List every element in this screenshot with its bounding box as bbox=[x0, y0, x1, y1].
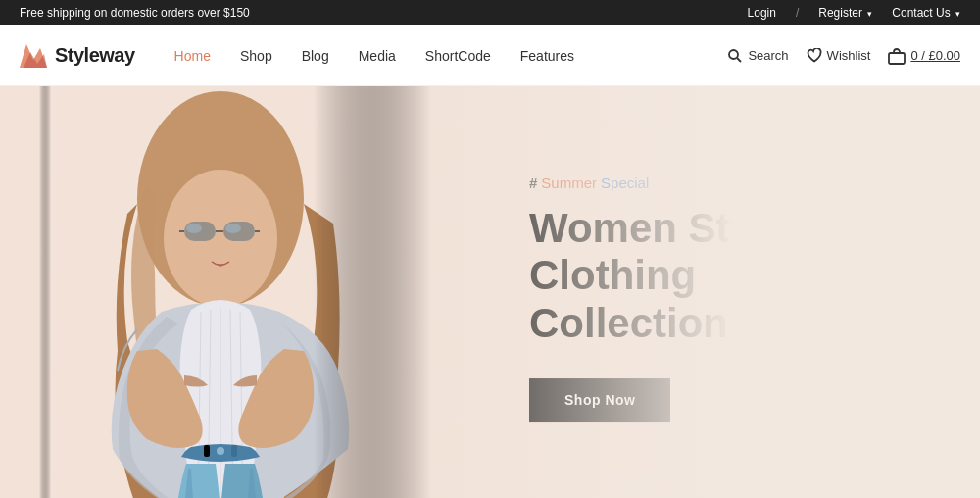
contact-link[interactable]: Contact Us ▾ bbox=[892, 6, 960, 20]
shop-now-button[interactable]: Shop Now bbox=[529, 378, 670, 422]
cart-button[interactable]: 0 / £0.00 bbox=[888, 47, 960, 65]
search-button[interactable]: Search bbox=[727, 48, 788, 64]
nav-home[interactable]: Home bbox=[174, 48, 211, 64]
logo-icon bbox=[20, 44, 47, 68]
tag-hash: # bbox=[529, 174, 537, 191]
navbar: Styleway Home Shop Blog Media ShortCode … bbox=[0, 25, 980, 86]
logo-link[interactable]: Styleway bbox=[20, 44, 135, 68]
nav-right: Search Wishlist 0 / £0.00 bbox=[727, 47, 960, 65]
tag-summer: Summer bbox=[541, 174, 597, 191]
register-link[interactable]: Register ▾ bbox=[818, 6, 872, 20]
svg-rect-24 bbox=[39, 86, 98, 498]
shipping-text: Free shipping on domestic orders over $1… bbox=[20, 6, 250, 20]
woman-image bbox=[39, 86, 431, 498]
logo-text: Styleway bbox=[55, 44, 135, 67]
search-icon bbox=[727, 48, 743, 64]
hero-section: # Summer Special Women Stylish Clothing … bbox=[0, 86, 980, 498]
tag-special: Special bbox=[601, 174, 649, 191]
svg-line-3 bbox=[737, 58, 741, 62]
cart-icon bbox=[888, 47, 906, 65]
svg-point-2 bbox=[729, 50, 738, 59]
nav-shop[interactable]: Shop bbox=[240, 48, 272, 64]
hero-content: # Summer Special Women Stylish Clothing … bbox=[529, 174, 902, 422]
login-link[interactable]: Login bbox=[748, 6, 776, 20]
wishlist-button[interactable]: Wishlist bbox=[807, 48, 871, 64]
hero-tag: # Summer Special bbox=[529, 174, 902, 191]
nav-features[interactable]: Features bbox=[520, 48, 574, 64]
nav-media[interactable]: Media bbox=[359, 48, 396, 64]
nav-links: Home Shop Blog Media ShortCode Features bbox=[174, 48, 728, 64]
top-bar-right: Login / Register ▾ Contact Us ▾ bbox=[748, 6, 960, 20]
hero-title: Women Stylish Clothing Collection bbox=[529, 205, 902, 347]
nav-shortcode[interactable]: ShortCode bbox=[425, 48, 491, 64]
heart-icon bbox=[807, 48, 822, 64]
nav-blog[interactable]: Blog bbox=[302, 48, 329, 64]
svg-rect-4 bbox=[889, 53, 905, 64]
top-bar: Free shipping on domestic orders over $1… bbox=[0, 0, 980, 25]
